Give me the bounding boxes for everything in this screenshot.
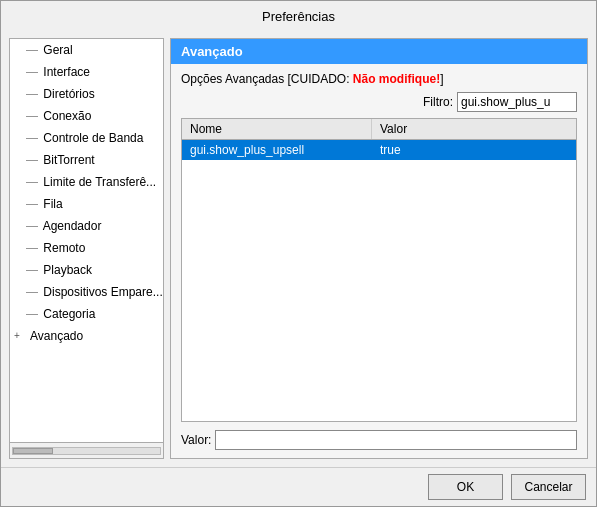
panel-header: Avançado xyxy=(171,39,587,64)
table-header-valor: Valor xyxy=(372,119,576,139)
expand-icon-avancado: + xyxy=(14,327,20,345)
tree-line-controle: — xyxy=(26,131,38,145)
tree-line-diretorios: — xyxy=(26,87,38,101)
sidebar-item-label-avancado: Avançado xyxy=(30,329,83,343)
sidebar-item-bittorrent[interactable]: — BitTorrent xyxy=(10,149,163,171)
sidebar-item-label-diretorios: Diretórios xyxy=(43,87,94,101)
sidebar-item-label-dispositivos: Dispositivos Empare... xyxy=(43,285,162,299)
main-panel: Avançado Opções Avançadas [CUIDADO: Não … xyxy=(170,38,588,459)
sidebar-item-avancado[interactable]: + Avançado xyxy=(10,325,163,347)
sidebar-item-controle-banda[interactable]: — Controle de Banda xyxy=(10,127,163,149)
sidebar-item-fila[interactable]: — Fila xyxy=(10,193,163,215)
table-container: Nome Valor gui.show_plus_upsell tru xyxy=(181,118,577,422)
table-cell-nome: gui.show_plus_upsell xyxy=(182,140,372,160)
sidebar-item-label-geral: Geral xyxy=(43,43,72,57)
valor-row: Valor: xyxy=(181,430,577,450)
sidebar-item-dispositivos[interactable]: — Dispositivos Empare... xyxy=(10,281,163,303)
sidebar-item-label-fila: Fila xyxy=(43,197,62,211)
sidebar-item-label-playback: Playback xyxy=(43,263,92,277)
tree-line-dispositivos: — xyxy=(26,285,38,299)
table-header-nome: Nome xyxy=(182,119,372,139)
sidebar-list: — Geral — Interface — Diretórios — Conex… xyxy=(10,39,163,442)
sidebar: — Geral — Interface — Diretórios — Conex… xyxy=(9,38,164,459)
warning-text: Opções Avançadas [CUIDADO: Não modifique… xyxy=(181,72,577,86)
scrollbar-track[interactable] xyxy=(12,447,161,455)
tree-line-bittorrent: — xyxy=(26,153,38,167)
sidebar-item-label-bittorrent: BitTorrent xyxy=(43,153,94,167)
tree-line-interface: — xyxy=(26,65,38,79)
sidebar-item-label-controle-banda: Controle de Banda xyxy=(43,131,143,145)
tree-line-agendador: — xyxy=(26,219,38,233)
sidebar-item-agendador[interactable]: — Agendador xyxy=(10,215,163,237)
sidebar-item-label-limite: Limite de Transferê... xyxy=(43,175,156,189)
sidebar-item-label-interface: Interface xyxy=(43,65,90,79)
footer: OK Cancelar xyxy=(1,467,596,506)
sidebar-item-label-remoto: Remoto xyxy=(43,241,85,255)
tree-line-categoria: — xyxy=(26,307,38,321)
sidebar-item-geral[interactable]: — Geral xyxy=(10,39,163,61)
sidebar-item-categoria[interactable]: — Categoria xyxy=(10,303,163,325)
table-header: Nome Valor xyxy=(182,119,576,140)
warning-suffix: ] xyxy=(440,72,443,86)
table-cell-valor: true xyxy=(372,140,576,160)
table-body: gui.show_plus_upsell true xyxy=(182,140,576,421)
sidebar-item-playback[interactable]: — Playback xyxy=(10,259,163,281)
tree-line-geral: — xyxy=(26,43,38,57)
warning-highlight: Não modifique! xyxy=(353,72,440,86)
tree-line-fila: — xyxy=(26,197,38,211)
sidebar-item-limite[interactable]: — Limite de Transferê... xyxy=(10,171,163,193)
tree-line-playback: — xyxy=(26,263,38,277)
sidebar-item-label-categoria: Categoria xyxy=(43,307,95,321)
panel-header-title: Avançado xyxy=(181,44,243,59)
cancel-button[interactable]: Cancelar xyxy=(511,474,586,500)
ok-button[interactable]: OK xyxy=(428,474,503,500)
preferences-dialog: Preferências — Geral — Interface — Diret… xyxy=(0,0,597,507)
scrollbar-thumb[interactable] xyxy=(13,448,53,454)
valor-input[interactable] xyxy=(215,430,577,450)
filter-label: Filtro: xyxy=(423,95,453,109)
sidebar-item-conexao[interactable]: — Conexão xyxy=(10,105,163,127)
dialog-title: Preferências xyxy=(262,9,335,24)
content-area: — Geral — Interface — Diretórios — Conex… xyxy=(1,30,596,467)
tree-line-limite: — xyxy=(26,175,38,189)
title-bar: Preferências xyxy=(1,1,596,30)
filter-row: Filtro: xyxy=(181,92,577,112)
sidebar-item-label-conexao: Conexão xyxy=(43,109,91,123)
valor-label: Valor: xyxy=(181,433,211,447)
tree-line-conexao: — xyxy=(26,109,38,123)
sidebar-item-diretorios[interactable]: — Diretórios xyxy=(10,83,163,105)
filter-input[interactable] xyxy=(457,92,577,112)
table-row[interactable]: gui.show_plus_upsell true xyxy=(182,140,576,160)
warning-prefix: Opções Avançadas [CUIDADO: xyxy=(181,72,353,86)
sidebar-scrollbar[interactable] xyxy=(10,442,163,458)
panel-body: Opções Avançadas [CUIDADO: Não modifique… xyxy=(171,64,587,458)
sidebar-item-remoto[interactable]: — Remoto xyxy=(10,237,163,259)
sidebar-item-interface[interactable]: — Interface xyxy=(10,61,163,83)
sidebar-item-label-agendador: Agendador xyxy=(43,219,102,233)
tree-line-remoto: — xyxy=(26,241,38,255)
